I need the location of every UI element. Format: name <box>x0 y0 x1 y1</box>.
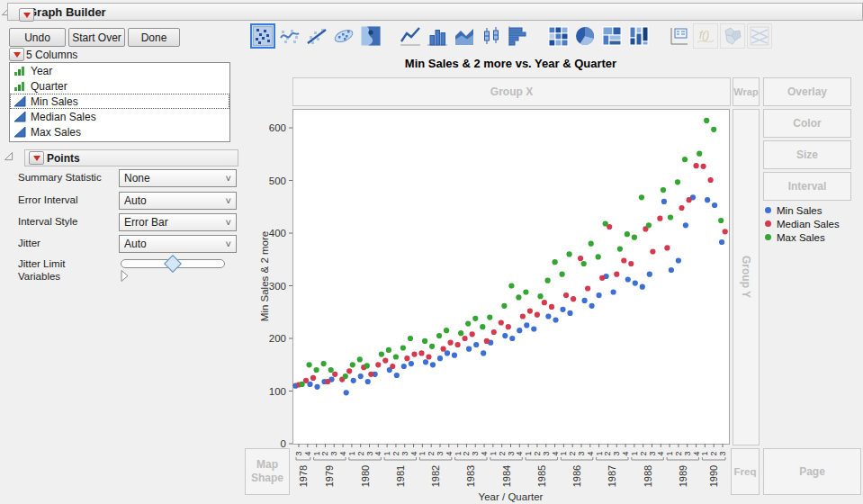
column-item-label: Max Sales <box>31 126 81 139</box>
svg-text:1: 1 <box>347 451 356 455</box>
svg-text:4: 4 <box>480 451 489 455</box>
drop-zone-group-x[interactable]: Group X <box>292 77 731 106</box>
variables-disclosure-icon[interactable] <box>120 269 130 283</box>
chart-title: Min Sales & 2 more vs. Year & Quarter <box>292 57 729 70</box>
svg-text:Year / Quarter: Year / Quarter <box>479 491 544 502</box>
mosaic-element-icon[interactable] <box>626 23 652 49</box>
svg-text:4: 4 <box>373 451 382 455</box>
treemap-element-icon[interactable] <box>599 23 625 49</box>
drop-zone-color[interactable]: Color <box>763 109 851 138</box>
caption-box-element-icon[interactable] <box>666 23 691 49</box>
legend-item-median-sales[interactable]: Median Sales <box>765 217 840 230</box>
svg-text:2: 2 <box>427 451 436 455</box>
legend-item-max-sales[interactable]: Max Sales <box>765 230 840 244</box>
points-panel-title: Points <box>47 152 80 165</box>
start-over-button[interactable]: Start Over <box>68 28 125 47</box>
line-element-icon[interactable] <box>398 23 423 49</box>
svg-text:1987: 1987 <box>607 465 617 487</box>
interval-style-value: Error Bar <box>124 216 168 229</box>
red-triangle-menu-icon[interactable] <box>19 8 34 22</box>
jitter-value: Auto <box>124 238 147 250</box>
points-red-triangle-menu-icon[interactable] <box>29 151 44 165</box>
svg-text:4: 4 <box>338 451 347 455</box>
svg-text:1: 1 <box>559 451 568 455</box>
svg-text:3: 3 <box>612 451 621 455</box>
undo-button[interactable]: Undo <box>9 28 66 47</box>
points-panel-header: Points <box>24 149 238 166</box>
svg-text:600: 600 <box>269 122 286 133</box>
columns-red-triangle-menu-icon[interactable] <box>9 48 24 61</box>
legend-item-min-sales[interactable]: Min Sales <box>765 203 840 217</box>
svg-text:4: 4 <box>303 451 312 455</box>
drop-zone-wrap[interactable]: Wrap <box>733 77 760 106</box>
column-item-min-sales[interactable]: Min Sales <box>10 94 229 109</box>
drop-zone-interval[interactable]: Interval <box>763 172 851 201</box>
bar-element-icon[interactable] <box>425 23 450 49</box>
legend-item-label: Median Sales <box>777 219 840 230</box>
done-button[interactable]: Done <box>128 28 180 47</box>
svg-text:1989: 1989 <box>678 465 688 487</box>
graph-builder-window: Graph Builder Undo Start Over Done 5 Col… <box>0 0 863 504</box>
points-disclosure-triangle-icon[interactable] <box>4 151 13 161</box>
column-item-label: Year <box>31 65 52 77</box>
svg-text:1: 1 <box>595 451 604 455</box>
svg-text:1: 1 <box>454 451 463 455</box>
svg-text:2: 2 <box>356 451 365 455</box>
jitter-limit-slider-thumb[interactable] <box>164 255 182 273</box>
interval-style-select[interactable]: Error Bar ˅ <box>119 213 237 231</box>
legend-marker-icon <box>765 234 771 240</box>
map-shapes-element-icon <box>720 23 745 49</box>
svg-text:3: 3 <box>507 451 516 455</box>
element-type-toolbar: f() <box>250 22 774 50</box>
column-item-max-sales[interactable]: Max Sales <box>10 124 229 140</box>
svg-text:200: 200 <box>269 333 286 344</box>
smoother-element-icon[interactable] <box>277 23 302 49</box>
column-item-median-sales[interactable]: Median Sales <box>10 109 229 124</box>
drop-zone-size[interactable]: Size <box>763 140 851 169</box>
svg-text:100: 100 <box>269 386 286 397</box>
svg-text:4: 4 <box>445 451 454 455</box>
column-item-label: Median Sales <box>31 111 96 123</box>
summary-statistic-select[interactable]: None ˅ <box>119 169 237 187</box>
svg-text:400: 400 <box>269 228 286 238</box>
group-y-label: Group Y <box>740 256 752 298</box>
pie-element-icon[interactable] <box>572 23 598 49</box>
area-element-icon[interactable] <box>452 23 477 49</box>
ordinal-bars-icon <box>13 65 26 76</box>
svg-text:1980: 1980 <box>360 465 371 487</box>
legend-item-label: Max Sales <box>777 232 825 243</box>
chart-legend: Min SalesMedian SalesMax Sales <box>765 203 840 244</box>
chevron-down-icon: ˅ <box>226 218 231 227</box>
svg-text:1: 1 <box>489 451 498 455</box>
continuous-ramp-icon <box>13 95 26 107</box>
column-item-label: Quarter <box>31 80 67 93</box>
ellipse-element-icon[interactable] <box>331 23 356 49</box>
svg-text:3: 3 <box>718 451 727 455</box>
legend-marker-icon <box>765 207 771 213</box>
svg-text:1: 1 <box>382 451 391 455</box>
svg-text:1981: 1981 <box>395 465 406 487</box>
contour-element-icon[interactable] <box>358 23 383 49</box>
scatter-plot-area[interactable]: 0100200300400500600Min Sales & 2 more341… <box>252 104 738 504</box>
continuous-ramp-icon <box>13 111 26 122</box>
chevron-down-icon: ˅ <box>226 196 231 205</box>
drop-zone-overlay[interactable]: Overlay <box>763 77 851 106</box>
histogram-element-icon[interactable] <box>506 23 531 49</box>
line-of-fit-element-icon[interactable] <box>304 23 329 49</box>
heatmap-element-icon[interactable] <box>545 23 571 49</box>
columns-count-label: 5 Columns <box>26 49 77 61</box>
column-item-year[interactable]: Year <box>10 63 229 78</box>
column-item-quarter[interactable]: Quarter <box>10 78 229 94</box>
scatter-plot[interactable]: 0100200300400500600Min Sales & 2 more341… <box>252 104 738 504</box>
jitter-select[interactable]: Auto ˅ <box>119 235 237 253</box>
error-interval-select[interactable]: Auto ˅ <box>119 192 237 210</box>
drop-zone-page[interactable]: Page <box>763 448 861 495</box>
points-element-icon[interactable] <box>250 23 275 49</box>
svg-text:1982: 1982 <box>430 465 441 487</box>
svg-text:1983: 1983 <box>465 465 476 487</box>
svg-text:4: 4 <box>586 451 595 455</box>
box-plot-element-icon[interactable] <box>479 23 504 49</box>
svg-text:1988: 1988 <box>643 465 653 487</box>
svg-text:1979: 1979 <box>324 465 335 487</box>
svg-text:300: 300 <box>269 281 286 292</box>
